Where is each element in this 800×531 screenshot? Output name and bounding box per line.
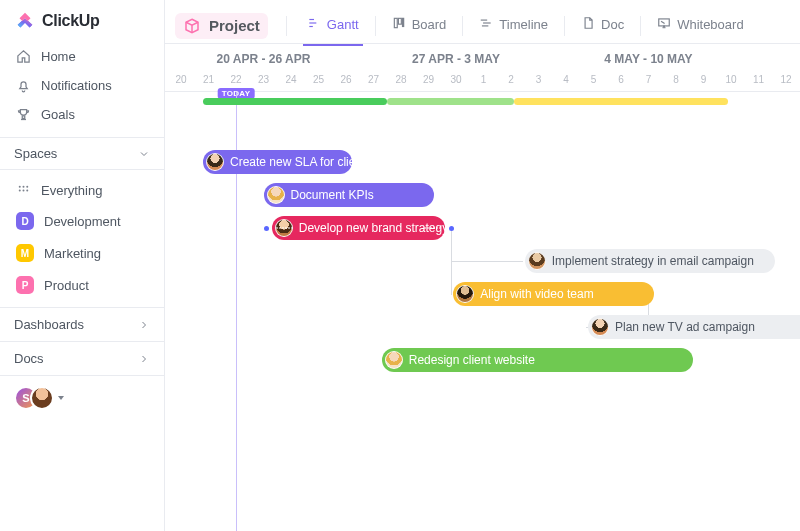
dependency-dot [449,226,454,231]
task-video[interactable]: Align with video team [453,282,654,306]
chevron-right-icon [138,353,150,365]
date-tick: 30 [450,74,461,85]
space-item-product[interactable]: PProduct [6,269,158,301]
assignee-avatar [206,153,224,171]
brand-name: ClickUp [42,12,99,30]
whiteboard-icon [657,16,671,33]
nav-dashboards[interactable]: Dashboards [0,307,164,341]
assignee-avatar [591,318,609,336]
summary-segment [387,98,514,105]
avatar [30,386,54,410]
date-range-header: 20 APR - 26 APR27 APR - 3 MAY4 MAY - 10 … [165,44,800,72]
separator [375,16,376,36]
date-tick: 11 [753,74,764,85]
nav-notifications-label: Notifications [41,78,112,93]
svg-point-0 [19,186,21,188]
board-icon [392,16,406,33]
task-label: Plan new TV ad campaign [615,320,755,334]
project-label: Project [209,17,260,34]
task-email[interactable]: Implement strategy in email campaign [525,249,775,273]
dependency-line [451,261,523,262]
trophy-icon [16,107,31,122]
date-range: 4 MAY - 10 MAY [552,52,745,66]
date-tick: 6 [618,74,624,85]
space-label: Marketing [44,246,101,261]
summary-segment [514,98,729,105]
space-list: Everything DDevelopmentMMarketingPProduc… [0,170,164,307]
brand-logo[interactable]: ClickUp [0,0,164,40]
nav-notifications[interactable]: Notifications [6,71,158,100]
date-tick: 4 [563,74,569,85]
space-item-marketing[interactable]: MMarketing [6,237,158,269]
view-tab-board[interactable]: Board [384,6,455,45]
space-item-development[interactable]: DDevelopment [6,205,158,237]
date-tick: 24 [285,74,296,85]
spaces-heading: Spaces [14,146,57,161]
chevron-right-icon [138,319,150,331]
task-label: Create new SLA for client [230,155,365,169]
space-badge: M [16,244,34,262]
date-range: 20 APR - 26 APR [167,52,360,66]
date-tick: 27 [368,74,379,85]
space-label: Product [44,278,89,293]
nav-home[interactable]: Home [6,42,158,71]
date-tick: 9 [701,74,707,85]
caret-down-icon [58,396,64,400]
view-tab-whiteboard[interactable]: Whiteboard [649,6,751,45]
clickup-logo-icon [14,10,36,32]
svg-point-4 [23,190,25,192]
task-redesign[interactable]: Redesign client website [382,348,693,372]
nav-docs[interactable]: Docs [0,341,164,376]
dependency-dot [264,226,269,231]
view-tab-label: Doc [601,17,624,32]
task-tvad[interactable]: Plan new TV ad campaign [588,315,800,339]
separator [286,16,287,36]
space-label: Development [44,214,121,229]
gantt-area: 20 APR - 26 APR27 APR - 3 MAY4 MAY - 10 … [165,44,800,531]
topbar: Project GanttBoardTimelineDocWhiteboard [165,0,800,44]
svg-point-2 [26,186,28,188]
nav-goals-label: Goals [41,107,75,122]
date-tick: 8 [673,74,679,85]
date-tick: 21 [203,74,214,85]
date-tick: 12 [780,74,791,85]
task-kpis[interactable]: Document KPIs [264,183,435,207]
view-tab-label: Board [412,17,447,32]
gantt-chart[interactable]: Create new SLA for clientDocument KPIsDe… [165,92,800,531]
date-tick: 3 [536,74,542,85]
view-tab-timeline[interactable]: Timeline [471,6,556,45]
task-label: Document KPIs [291,188,374,202]
svg-point-3 [19,190,21,192]
date-tick-bar: 2021222324252627282930123456789101112TOD… [165,72,800,92]
primary-nav: Home Notifications Goals [0,40,164,137]
project-chip[interactable]: Project [175,13,268,39]
view-tab-label: Gantt [327,17,359,32]
view-tab-gantt[interactable]: Gantt [299,6,367,45]
svg-rect-6 [394,18,397,27]
date-tick: 26 [340,74,351,85]
date-tick: 22 [230,74,241,85]
summary-segment [203,98,387,105]
task-label: Redesign client website [409,353,535,367]
date-tick: 2 [508,74,514,85]
spaces-toggle[interactable]: Spaces [0,137,164,170]
view-tab-doc[interactable]: Doc [573,6,632,45]
grip-icon [424,227,441,229]
nav-home-label: Home [41,49,76,64]
task-brand[interactable]: Develop new brand strategy [272,216,445,240]
user-switcher[interactable]: S [0,376,164,420]
separator [564,16,565,36]
task-sla[interactable]: Create new SLA for client [203,150,352,174]
chevron-down-icon [138,148,150,160]
timeline-icon [479,16,493,33]
date-tick: 10 [725,74,736,85]
home-icon [16,49,31,64]
date-tick: 28 [395,74,406,85]
grip-icon [276,227,293,229]
nav-goals[interactable]: Goals [6,100,158,129]
gantt-icon [307,16,321,33]
assignee-avatar [456,285,474,303]
space-everything[interactable]: Everything [6,176,158,205]
date-tick: 7 [646,74,652,85]
separator [640,16,641,36]
